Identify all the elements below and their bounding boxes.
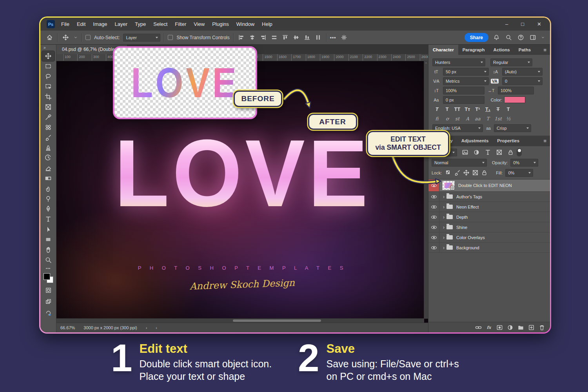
more-options-icon[interactable]: ••• xyxy=(330,35,336,40)
font-style-select[interactable]: Regular xyxy=(490,58,532,66)
layer-row[interactable]: ›Neon Effect xyxy=(428,202,550,212)
tracking-select[interactable]: 0 xyxy=(502,77,543,85)
vertical-scrollbar[interactable]: ^ xyxy=(424,61,428,319)
menu-item[interactable]: File xyxy=(61,21,69,27)
bell-icon[interactable] xyxy=(492,33,501,42)
filter-icon[interactable] xyxy=(473,149,480,156)
menu-item[interactable]: Select xyxy=(153,21,167,27)
horizontal-scale-field[interactable]: 100% xyxy=(498,87,534,94)
chevron-down-icon[interactable] xyxy=(541,33,545,42)
type-style-button[interactable]: T xyxy=(504,105,513,113)
font-size-select[interactable]: 50 px xyxy=(443,68,489,76)
auto-select-checkbox[interactable] xyxy=(85,35,91,40)
lasso-tool[interactable] xyxy=(42,71,54,82)
group-expand-chevron[interactable]: › xyxy=(443,235,445,240)
screen-mode-icon[interactable] xyxy=(44,297,53,306)
lock-option-icon[interactable] xyxy=(463,169,470,176)
layer-visibility-toggle[interactable] xyxy=(428,222,439,232)
home-icon[interactable] xyxy=(45,33,54,42)
object-selection-tool[interactable] xyxy=(42,82,54,92)
quick-mask-icon[interactable] xyxy=(44,286,53,294)
hand-tool[interactable] xyxy=(42,245,54,255)
lock-option-icon[interactable] xyxy=(472,169,479,176)
panel-menu-icon[interactable]: ≡ xyxy=(543,136,550,146)
layer-row[interactable]: ›Shine xyxy=(428,222,550,232)
history-brush-tool[interactable] xyxy=(42,153,54,163)
show-transform-checkbox[interactable] xyxy=(168,35,173,40)
group-expand-chevron[interactable]: › xyxy=(443,215,445,220)
share-button[interactable]: Share xyxy=(465,33,488,42)
leading-select[interactable]: (Auto) xyxy=(502,68,543,76)
menu-item[interactable]: Layer xyxy=(115,21,128,27)
frame-tool[interactable] xyxy=(42,102,54,112)
move-tool[interactable] xyxy=(42,51,54,61)
align-icon[interactable] xyxy=(248,33,257,42)
gradient-tool[interactable] xyxy=(42,173,54,183)
fill-select[interactable]: 0% xyxy=(505,169,533,177)
layers-footer-icon[interactable] xyxy=(517,324,524,331)
auto-select-target-select[interactable]: Layer xyxy=(123,34,160,42)
color-swatches[interactable] xyxy=(44,273,53,283)
filter-icon[interactable] xyxy=(461,149,468,156)
menu-item[interactable]: View xyxy=(194,21,205,27)
opacity-select[interactable]: 0% xyxy=(510,159,538,167)
toolbar-collapse-icon[interactable]: » xyxy=(40,45,46,51)
layers-footer-icon[interactable] xyxy=(475,324,482,331)
blend-mode-select[interactable]: Normal xyxy=(432,159,487,167)
type-style-button[interactable]: TT xyxy=(453,105,462,113)
gear-icon[interactable] xyxy=(339,33,348,42)
align-icon[interactable] xyxy=(314,33,323,42)
menu-item[interactable]: Window xyxy=(236,21,254,27)
layer-visibility-toggle[interactable] xyxy=(428,232,439,242)
horizontal-scrollbar[interactable] xyxy=(56,318,424,323)
filter-icon[interactable] xyxy=(507,149,514,156)
align-icon[interactable] xyxy=(270,33,279,42)
crop-tool[interactable] xyxy=(42,92,54,102)
opentype-button[interactable]: fi xyxy=(432,115,441,122)
search-icon[interactable] xyxy=(504,33,513,42)
lock-option-icon[interactable] xyxy=(454,169,461,176)
move-tool-icon[interactable] xyxy=(61,33,70,42)
group-expand-chevron[interactable]: › xyxy=(443,194,445,199)
edit-toolbar-icon[interactable]: ••• xyxy=(46,267,51,270)
menu-item[interactable]: Help xyxy=(262,21,272,27)
type-style-button[interactable]: T¹ xyxy=(473,105,482,113)
menu-item[interactable]: Type xyxy=(135,21,146,27)
chevron-down-icon[interactable] xyxy=(73,33,78,42)
filter-toggle[interactable] xyxy=(517,148,522,156)
previous-document-icon[interactable]: ‹ xyxy=(156,325,157,330)
menu-item[interactable]: Plugins xyxy=(212,21,229,27)
eyedropper-tool[interactable] xyxy=(42,112,54,122)
opentype-button[interactable]: A xyxy=(463,115,472,122)
align-icon[interactable] xyxy=(259,33,268,42)
dodge-tool[interactable] xyxy=(42,194,54,204)
layer-row[interactable]: ›Background xyxy=(428,243,550,253)
filter-icon[interactable] xyxy=(484,149,491,156)
type-style-button[interactable]: T₁ xyxy=(483,105,492,113)
type-style-button[interactable]: T xyxy=(494,105,503,113)
path-selection-tool[interactable] xyxy=(42,224,54,234)
eraser-tool[interactable] xyxy=(42,163,54,173)
layer-visibility-toggle[interactable] xyxy=(428,212,439,222)
align-icon[interactable] xyxy=(237,33,246,42)
baseline-shift-field[interactable]: 0 px xyxy=(443,96,485,104)
menu-item[interactable]: Edit xyxy=(77,21,85,27)
vertical-scale-field[interactable]: 100% xyxy=(443,87,485,94)
group-expand-chevron[interactable]: › xyxy=(443,205,445,209)
menu-item[interactable]: Image xyxy=(93,21,107,27)
pen-tool[interactable] xyxy=(42,204,54,214)
layers-footer-icon[interactable] xyxy=(496,324,503,331)
workspace-icon[interactable] xyxy=(528,33,537,42)
group-expand-chevron[interactable]: › xyxy=(443,245,445,250)
rectangle-tool[interactable] xyxy=(42,234,54,245)
anti-alias-select[interactable]: Crisp xyxy=(494,124,531,132)
help-icon[interactable] xyxy=(516,33,525,42)
tab-paths[interactable]: Paths xyxy=(514,45,535,55)
type-style-button[interactable]: T xyxy=(432,105,441,113)
opentype-button[interactable]: ½ xyxy=(504,115,513,122)
layer-visibility-toggle[interactable] xyxy=(428,192,439,201)
layers-footer-icon[interactable] xyxy=(506,324,514,331)
layer-visibility-toggle[interactable] xyxy=(428,243,439,252)
type-style-button[interactable]: T xyxy=(443,105,452,113)
smudge-tool[interactable] xyxy=(42,183,54,194)
